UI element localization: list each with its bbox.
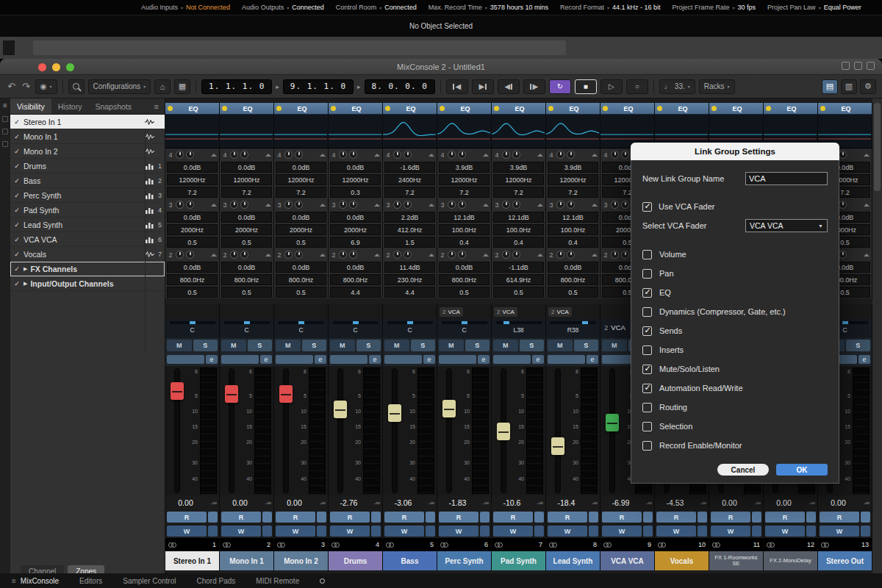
pan-row[interactable]: C — [274, 319, 328, 338]
eq-gain-knob[interactable] — [556, 251, 564, 259]
lower-tab-sampler-control[interactable]: Sampler Control — [123, 577, 176, 585]
edit-channel-button[interactable]: e — [858, 355, 870, 364]
eq-freq-knob[interactable] — [512, 151, 520, 159]
listen-button[interactable] — [276, 355, 313, 364]
fader-handle[interactable] — [442, 400, 456, 417]
read-automation-button[interactable]: R — [656, 512, 696, 523]
link-option-dynamics-compressor-gate-etc-[interactable]: Dynamics (Compressor, Gate, etc.) — [642, 302, 828, 321]
eq-q-value[interactable]: 0.4 — [437, 236, 491, 248]
eq-band-type-icon[interactable] — [429, 154, 434, 157]
eq-q-value[interactable]: 4.4 — [383, 286, 437, 298]
tab-visibility[interactable]: Visibility — [10, 98, 51, 114]
nudge-forward-button[interactable]: ▶ — [523, 79, 545, 94]
time-display-right-locator[interactable]: 9. 1. 1. 0 — [283, 79, 354, 94]
eq-gain-knob[interactable] — [611, 201, 619, 209]
channel-name-label[interactable]: Stereo In 1 — [165, 551, 219, 570]
redo-icon[interactable]: ↷ — [21, 81, 32, 92]
eq-freq-knob[interactable] — [458, 201, 466, 209]
write-automation-button[interactable]: W — [602, 526, 642, 537]
fader-handle[interactable] — [225, 385, 238, 403]
eq-curve-display[interactable] — [329, 115, 382, 148]
scrollbar-thumb[interactable] — [874, 103, 881, 191]
visibility-row-stereo-in-1[interactable]: ✓Stereo In 1 — [10, 115, 165, 129]
eq-freq-value[interactable]: 800.0Hz — [437, 273, 491, 286]
check-icon[interactable]: ✓ — [10, 177, 24, 184]
tool-icon[interactable] — [2, 129, 8, 135]
check-icon[interactable]: ✓ — [10, 148, 24, 155]
eq-rack-header[interactable]: EQ — [437, 103, 491, 115]
write-automation-button[interactable]: W — [711, 526, 750, 537]
minimize-button[interactable] — [52, 63, 60, 71]
write-automation-button[interactable]: W — [820, 526, 859, 537]
eq-q-value[interactable]: 7.2 — [220, 186, 273, 198]
lower-tab-editors[interactable]: Editors — [79, 577, 102, 585]
eq-rack-header[interactable]: EQ — [546, 103, 600, 115]
read-automation-mini[interactable] — [698, 512, 707, 523]
agents-button[interactable]: ▦ — [174, 79, 190, 94]
close-button[interactable] — [38, 63, 46, 71]
eq-gain-knob[interactable] — [393, 201, 401, 209]
eq-band-type-icon[interactable] — [320, 204, 326, 207]
eq-freq-value[interactable]: 100.0Hz — [492, 223, 545, 236]
eq-band-type-icon[interactable] — [864, 254, 870, 257]
eq-gain-knob[interactable] — [448, 201, 456, 209]
eq-rack-header[interactable]: EQ — [764, 103, 817, 115]
read-automation-mini[interactable] — [643, 512, 653, 523]
edit-channel-button[interactable]: e — [532, 355, 544, 364]
mute-button[interactable]: M — [330, 340, 355, 351]
eq-gain-value[interactable]: 0.0dB — [165, 161, 219, 173]
eq-gain-knob[interactable] — [556, 151, 564, 159]
eq-freq-knob[interactable] — [621, 251, 629, 259]
eq-freq-knob[interactable] — [839, 201, 847, 209]
listen-button[interactable] — [330, 355, 368, 364]
channel-name-label[interactable]: Mono In 1 — [220, 551, 273, 570]
check-icon[interactable]: ✓ — [10, 133, 24, 140]
eq-freq-value[interactable]: 800.0Hz — [274, 273, 328, 286]
window-layout-icon[interactable] — [842, 62, 850, 70]
fader-value[interactable]: 0.00 — [764, 498, 804, 507]
eq-band-type-icon[interactable] — [265, 154, 271, 157]
eq-band-type-icon[interactable] — [211, 204, 217, 207]
pan-slider[interactable] — [496, 321, 542, 324]
eq-freq-knob[interactable] — [458, 251, 466, 259]
channel-number-row[interactable]: 5 — [383, 538, 437, 551]
eq-q-value[interactable]: 0.5 — [274, 236, 328, 248]
channel-name-label[interactable]: FX 1-Roomworks SE — [709, 551, 763, 570]
channel-number-row[interactable]: 4 — [329, 538, 382, 551]
eq-freq-value[interactable]: 412.0Hz — [383, 223, 437, 236]
eq-curve-display[interactable] — [165, 115, 219, 148]
eq-freq-value[interactable]: 12000Hz — [165, 173, 219, 186]
fader-value[interactable]: -3.06 — [383, 498, 423, 507]
pan-row[interactable]: C — [383, 319, 437, 338]
eq-rack-header[interactable]: EQ — [383, 103, 437, 115]
fader-track[interactable] — [337, 368, 343, 493]
window-layout-icon[interactable] — [867, 62, 875, 70]
eq-gain-knob[interactable] — [230, 151, 238, 159]
eq-gain-knob[interactable] — [339, 151, 347, 159]
pan-slider[interactable] — [442, 321, 487, 324]
eq-freq-knob[interactable] — [512, 201, 520, 209]
write-automation-button[interactable]: W — [656, 526, 696, 537]
record-button[interactable]: ○ — [626, 79, 648, 94]
eq-gain-knob[interactable] — [502, 251, 510, 259]
write-automation-button[interactable]: W — [548, 526, 587, 537]
find-channel-button[interactable] — [68, 79, 85, 94]
fader-track[interactable] — [555, 368, 561, 493]
window-titlebar[interactable]: MixConsole 2 - Untitled1 — [0, 59, 882, 75]
eq-freq-value[interactable]: 2000Hz — [220, 223, 273, 236]
read-automation-mini[interactable] — [262, 512, 272, 523]
eq-freq-knob[interactable] — [349, 201, 357, 209]
channel-name-label[interactable]: Stereo Out — [818, 551, 872, 570]
mute-button[interactable]: M — [276, 340, 301, 351]
link-option-routing[interactable]: Routing — [642, 398, 828, 417]
eq-freq-knob[interactable] — [349, 151, 357, 159]
visibility-row-pad-synth[interactable]: ✓Pad Synth4 — [10, 203, 165, 218]
write-automation-button[interactable]: W — [167, 526, 207, 537]
visibility-row-input-output-channels[interactable]: ✓▶Input/Output Channels — [10, 276, 165, 291]
eq-rack-header[interactable]: EQ — [655, 103, 709, 115]
edit-channel-button[interactable]: e — [315, 355, 326, 364]
check-icon[interactable]: ✓ — [10, 265, 24, 273]
eq-gain-knob[interactable] — [339, 251, 347, 259]
go-to-end-button[interactable]: ▶ — [472, 79, 494, 94]
eq-gain-knob[interactable] — [611, 151, 619, 159]
